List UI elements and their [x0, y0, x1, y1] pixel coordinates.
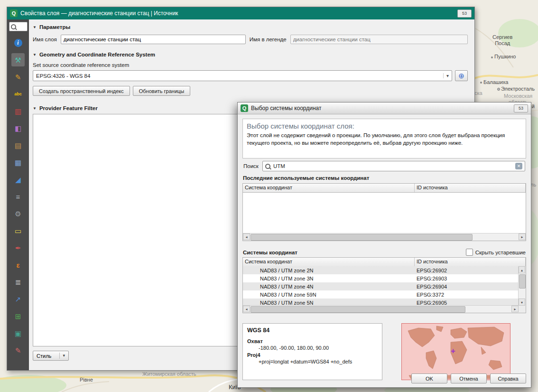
scrollbar-thumb[interactable]: [519, 274, 526, 289]
properties-sidebar: i ⚒ ✎ abc ▥ ◧ ▤ ▦ ◢ ≡ ⚙ ▭ ✒ ε ≣ ↗ ⊞ ▣ ✎: [7, 19, 29, 370]
crs-combobox-value: EPSG:4326 - WGS 84: [36, 73, 90, 79]
column-header-authority-id[interactable]: ID источника: [415, 258, 526, 266]
ok-button[interactable]: OK: [411, 373, 447, 383]
scrollbar-thumb[interactable]: [250, 234, 473, 241]
crs-row[interactable]: NAD83 / UTM zone 3N EPSG:26903: [243, 274, 519, 282]
crs-row[interactable]: NAD83 / UTM zone 4N EPSG:26904: [243, 282, 519, 290]
search-value: UTM: [273, 163, 512, 169]
sidebar-item-rendering[interactable]: ✒: [11, 241, 25, 254]
help-button[interactable]: Справка: [490, 373, 526, 383]
crs-row[interactable]: NAD83 / UTM zone 5N EPSG:26905: [243, 299, 519, 306]
section-geometry-crs[interactable]: ▼ Geometry and Coordinate Reference Syst…: [33, 52, 468, 57]
sidebar-item-qgis-server[interactable]: ▣: [11, 327, 25, 340]
scroll-left-icon[interactable]: ◂: [243, 306, 250, 312]
layer-properties-titlebar[interactable]: Q Свойства слоя — диагностические станци…: [7, 7, 474, 19]
display-icon: ▭: [15, 227, 21, 234]
scroll-right-icon[interactable]: ▸: [511, 306, 519, 312]
source-icon: ⚒: [15, 56, 21, 64]
sidebar-search-input[interactable]: [9, 22, 28, 31]
crs-center-marker-icon: +: [451, 347, 455, 355]
column-header-authority-id[interactable]: ID источника: [415, 184, 526, 192]
section-geometry-crs-label: Geometry and Coordinate Reference System: [39, 52, 155, 57]
crs-dialog-title: Выбор системы координат: [251, 105, 511, 112]
crs-combobox[interactable]: EPSG:4326 - WGS 84 ▾: [33, 70, 452, 81]
crs-search-input[interactable]: UTM ✕: [262, 161, 525, 171]
sidebar-item-diagrams[interactable]: ▥: [11, 104, 25, 118]
map-label-rivne: Рівне: [80, 377, 93, 383]
map-label-balashikha: Балашиха: [483, 79, 508, 85]
extent-label: Охват: [247, 338, 378, 344]
style-button[interactable]: Стиль ▾: [33, 351, 69, 361]
recent-crs-label: Последние используемые системы координат: [243, 175, 369, 181]
map-label-pushkino: Пушкино: [494, 54, 516, 60]
checkbox-icon: [466, 249, 473, 256]
sidebar-item-information[interactable]: i: [11, 36, 25, 49]
sidebar-item-legend[interactable]: ⊞: [11, 309, 25, 323]
information-icon: i: [14, 39, 22, 47]
sidebar-item-digitizing[interactable]: ✎: [11, 344, 25, 357]
scroll-left-icon[interactable]: ◂: [243, 233, 250, 240]
layer-name-input[interactable]: [61, 35, 246, 44]
clear-search-icon[interactable]: ✕: [515, 163, 522, 169]
create-spatial-index-button[interactable]: Создать пространственный индекс: [33, 86, 130, 96]
update-extents-button[interactable]: Обновить границы: [133, 86, 191, 96]
map-label-sergiev-posad: Сергиев Посад: [492, 34, 512, 47]
sidebar-item-dependencies[interactable]: ↗: [11, 292, 25, 306]
scroll-up-icon[interactable]: ▴: [519, 266, 525, 273]
globe-icon: ⊕: [458, 72, 464, 79]
sidebar-item-3d-view[interactable]: ◧: [11, 121, 25, 135]
scrollbar-corner: [519, 306, 526, 313]
close-button[interactable]: 53: [457, 9, 472, 18]
variables-icon: ε: [16, 261, 19, 269]
crs-table[interactable]: Система координат ID источника NAD83 / U…: [242, 257, 526, 313]
scroll-right-icon[interactable]: ▸: [519, 233, 526, 240]
sidebar-item-source[interactable]: ⚒: [11, 53, 25, 66]
window-title: Свойства слоя — диагностические станции …: [20, 10, 455, 17]
sidebar-item-actions[interactable]: ⚙: [11, 207, 25, 220]
map-label-elektrostal: Электросталь: [501, 86, 535, 92]
sidebar-item-fields[interactable]: ▤: [11, 139, 25, 152]
horizontal-scrollbar[interactable]: ◂ ▸: [243, 305, 519, 313]
sidebar-item-display[interactable]: ▭: [11, 224, 25, 237]
crs-header-description: Этот слой не содержит сведений о проекци…: [247, 132, 522, 147]
sidebar-item-labels[interactable]: abc: [11, 87, 25, 101]
chevron-down-icon: ▾: [59, 353, 65, 359]
proj4-value: +proj=longlat +datum=WGS84 +no_defs: [247, 359, 378, 364]
recent-crs-table[interactable]: Система координат ID источника ◂ ▸: [242, 183, 526, 241]
crs-dialog-titlebar[interactable]: Q Выбор системы координат 53: [238, 103, 531, 114]
sidebar-item-auxiliary-storage[interactable]: ≡: [11, 190, 25, 203]
sidebar-item-metadata[interactable]: ≣: [11, 275, 25, 289]
legend-name-label: Имя в легенде: [250, 37, 287, 42]
section-parameters-label: Параметры: [39, 24, 70, 30]
rendering-icon: ✒: [15, 244, 21, 252]
recent-crs-empty-body: [243, 193, 526, 234]
vertical-scrollbar[interactable]: ▴ ▾: [518, 266, 526, 306]
crs-name: WGS 84: [247, 327, 378, 334]
crs-selector-dialog: Q Выбор системы координат 53 Выбор систе…: [237, 102, 531, 388]
column-header-crs[interactable]: Система координат: [243, 184, 415, 192]
close-button[interactable]: 53: [514, 104, 528, 112]
collapse-arrow-icon: ▼: [33, 25, 37, 29]
attributes-form-icon: ▦: [15, 159, 21, 166]
sidebar-item-joins[interactable]: ◢: [11, 173, 25, 186]
horizontal-scrollbar[interactable]: ◂ ▸: [243, 233, 526, 241]
hide-deprecated-label: Скрыть устаревшие: [475, 250, 526, 255]
legend-icon: ⊞: [15, 313, 21, 320]
sidebar-item-symbology[interactable]: ✎: [11, 70, 25, 84]
legend-name-input: [290, 35, 468, 44]
scrollbar-thumb[interactable]: [250, 306, 465, 313]
labels-icon: abc: [14, 92, 22, 96]
extent-value: -180.00, -90.00, 180.00, 90.00: [247, 345, 378, 351]
dependencies-icon: ↗: [15, 296, 21, 303]
crs-row[interactable]: NAD83 / UTM zone 2N EPSG:26902: [243, 266, 519, 274]
sidebar-item-variables[interactable]: ε: [11, 258, 25, 271]
column-header-crs[interactable]: Система координат: [243, 258, 415, 266]
crs-picker-button[interactable]: ⊕: [455, 70, 468, 81]
scroll-down-icon[interactable]: ▾: [519, 299, 525, 306]
section-parameters[interactable]: ▼ Параметры: [33, 24, 468, 30]
cancel-button[interactable]: Отмена: [451, 373, 487, 383]
auxiliary-storage-icon: ≡: [16, 193, 20, 200]
hide-deprecated-checkbox[interactable]: Скрыть устаревшие: [466, 249, 526, 256]
sidebar-item-attributes-form[interactable]: ▦: [11, 156, 25, 169]
crs-row[interactable]: NAD83 / UTM zone 59N EPSG:3372: [243, 290, 519, 299]
